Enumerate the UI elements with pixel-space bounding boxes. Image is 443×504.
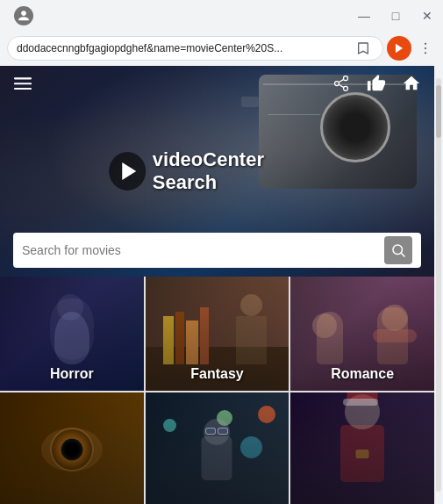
svg-line-13 bbox=[401, 253, 404, 256]
navigate-button[interactable] bbox=[387, 36, 411, 61]
svg-rect-6 bbox=[14, 88, 32, 90]
svg-line-11 bbox=[339, 84, 344, 87]
logo-text: videoCenter Search bbox=[153, 148, 325, 194]
genre-card-steampunk[interactable] bbox=[0, 392, 144, 504]
hero-nav bbox=[0, 66, 434, 101]
account-icon[interactable] bbox=[14, 6, 33, 25]
svg-point-7 bbox=[344, 76, 348, 81]
bookmark-icon[interactable] bbox=[353, 38, 374, 59]
genre-card-horror[interactable]: Horror bbox=[0, 277, 144, 391]
svg-rect-5 bbox=[14, 83, 32, 84]
search-input[interactable] bbox=[22, 243, 377, 257]
url-text: ddodacecnngbfgagiopdghef&name=movieCente… bbox=[17, 42, 353, 54]
svg-point-9 bbox=[344, 86, 348, 90]
address-bar[interactable]: ddodacecnngbfgagiopdghef&name=movieCente… bbox=[7, 36, 383, 61]
close-button[interactable]: ✕ bbox=[418, 7, 436, 25]
home-button[interactable] bbox=[397, 69, 425, 97]
maximize-button[interactable]: □ bbox=[387, 7, 404, 25]
browser-viewport: videoCenter Search bbox=[0, 66, 443, 504]
search-bar-section bbox=[0, 233, 434, 268]
genre-card-romance[interactable]: Romance bbox=[290, 277, 434, 391]
svg-point-12 bbox=[393, 245, 403, 255]
hero-logo: videoCenter Search bbox=[109, 148, 326, 194]
genre-steampunk-bg bbox=[0, 392, 144, 504]
play-icon[interactable] bbox=[109, 152, 146, 191]
svg-rect-4 bbox=[14, 77, 32, 79]
svg-point-2 bbox=[425, 47, 426, 49]
svg-point-1 bbox=[425, 43, 426, 45]
camera-lens-decoration bbox=[320, 92, 390, 162]
genre-label-fantasy: Fantasy bbox=[146, 366, 289, 382]
svg-line-10 bbox=[339, 79, 344, 82]
search-button[interactable] bbox=[384, 236, 412, 264]
title-bar: — □ ✕ bbox=[0, 0, 443, 31]
share-button[interactable] bbox=[327, 69, 355, 97]
page-content: videoCenter Search bbox=[0, 66, 434, 504]
svg-marker-0 bbox=[396, 44, 403, 54]
address-bar-row: ddodacecnngbfgagiopdghef&name=movieCente… bbox=[0, 31, 443, 66]
genre-label-romance: Romance bbox=[290, 366, 434, 382]
scrollbar[interactable] bbox=[434, 66, 443, 504]
genre-christmas-bg bbox=[290, 392, 434, 504]
minimize-button[interactable]: — bbox=[355, 7, 373, 25]
genre-label-horror: Horror bbox=[0, 366, 144, 382]
search-bar bbox=[13, 233, 421, 268]
scrollbar-thumb[interactable] bbox=[436, 85, 441, 138]
hamburger-button[interactable] bbox=[9, 69, 37, 97]
window-controls: — □ ✕ bbox=[355, 7, 436, 25]
svg-point-8 bbox=[335, 82, 339, 86]
like-button[interactable] bbox=[362, 69, 390, 97]
genre-grid: Horror Fantasy bbox=[0, 277, 434, 504]
genre-card-christmas[interactable] bbox=[290, 392, 434, 504]
browser-menu-button[interactable] bbox=[415, 38, 436, 59]
scrollbar-track[interactable] bbox=[436, 78, 441, 492]
genre-card-science[interactable] bbox=[146, 392, 289, 504]
genre-science-bg bbox=[146, 392, 289, 504]
hero-action-icons bbox=[327, 69, 425, 97]
svg-point-3 bbox=[425, 52, 426, 54]
genre-card-fantasy[interactable]: Fantasy bbox=[146, 277, 289, 391]
hero-section: videoCenter Search bbox=[0, 66, 434, 277]
